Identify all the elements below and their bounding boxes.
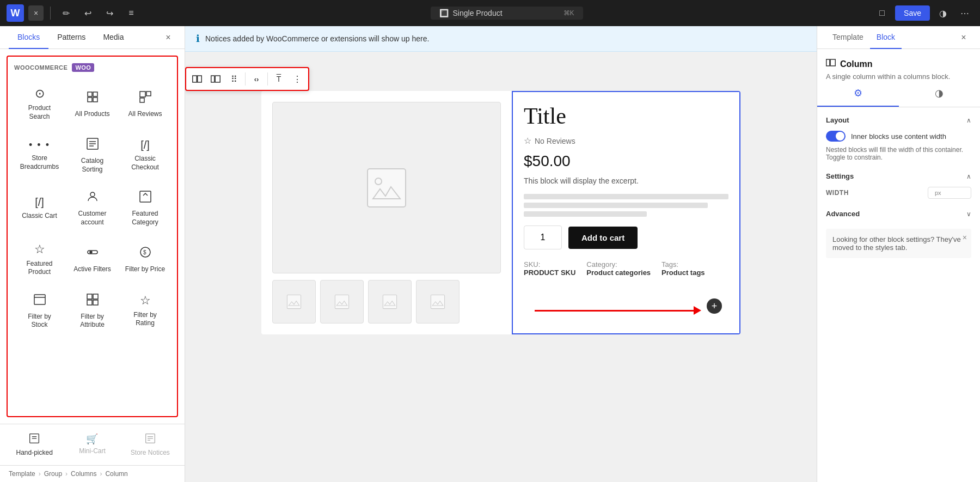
more-options-button[interactable]: ⋯ bbox=[956, 4, 973, 22]
block-item-classic-checkout[interactable]: [/] Classic Checkout bbox=[120, 130, 170, 181]
layout-section-title: Layout bbox=[826, 116, 849, 124]
top-bar-center: 🔳 Single Product ⌘K bbox=[144, 7, 869, 20]
svg-rect-39 bbox=[431, 295, 444, 308]
block-item-catalog-sorting[interactable]: Catalog Sorting bbox=[67, 130, 118, 181]
featured-category-label: Featured Category bbox=[125, 210, 166, 227]
width-unit: px bbox=[935, 190, 941, 196]
svg-rect-41 bbox=[830, 59, 835, 66]
block-item-classic-cart[interactable]: [/] Classic Cart bbox=[14, 183, 65, 234]
subtab-styles[interactable]: ◑ bbox=[899, 81, 981, 107]
svg-rect-31 bbox=[198, 76, 202, 82]
breadcrumb-template[interactable]: Template bbox=[9, 470, 35, 478]
styles-button[interactable]: ◑ bbox=[934, 4, 952, 22]
block-toolbar: ⠿ ‹› T ⋮ bbox=[185, 67, 309, 91]
command-palette[interactable]: 🔳 Single Product ⌘K bbox=[431, 7, 583, 20]
inner-blocks-toggle[interactable] bbox=[826, 131, 846, 142]
inner-blocks-toggle-row: Inner blocks use content width bbox=[826, 131, 971, 142]
svg-rect-37 bbox=[335, 295, 348, 308]
sidebar: Blocks Patterns Media × WOOCOMMERCE WOO … bbox=[0, 26, 185, 482]
layout-section-header[interactable]: Layout ∧ bbox=[826, 116, 971, 124]
product-title: Title bbox=[524, 103, 728, 129]
main-layout: Blocks Patterns Media × WOOCOMMERCE WOO … bbox=[0, 26, 980, 482]
classic-cart-label: Classic Cart bbox=[22, 212, 57, 221]
info-box-close-button[interactable]: × bbox=[963, 233, 967, 242]
advanced-section: Advanced ∨ bbox=[826, 210, 971, 218]
add-block-button[interactable]: + bbox=[707, 298, 722, 314]
customer-account-icon bbox=[86, 190, 99, 205]
tab-block[interactable]: Block bbox=[870, 26, 902, 49]
block-item-active-filters[interactable]: Active Filters bbox=[67, 236, 118, 284]
svg-point-14 bbox=[90, 251, 92, 253]
block-item-customer-account[interactable]: Customer account bbox=[67, 183, 118, 234]
subtab-settings[interactable]: ⚙ bbox=[817, 81, 899, 107]
save-button[interactable]: Save bbox=[895, 5, 930, 21]
svg-rect-2 bbox=[88, 97, 92, 102]
product-thumb-2[interactable] bbox=[320, 280, 364, 324]
tags-label: Tags: bbox=[661, 260, 705, 269]
sku-label: SKU: bbox=[524, 260, 575, 269]
tab-template[interactable]: Template bbox=[826, 26, 870, 49]
toolbar-transform-button[interactable]: T bbox=[270, 70, 287, 88]
block-item-filter-by-rating[interactable]: ☆ Filter by Rating bbox=[120, 286, 170, 337]
toolbar-drag-handle[interactable]: ⠿ bbox=[225, 70, 243, 88]
redo-button[interactable]: ↪ bbox=[101, 4, 118, 22]
classic-checkout-icon: [/] bbox=[140, 139, 150, 150]
add-to-cart-button[interactable]: Add to cart bbox=[568, 227, 638, 249]
column-block-icon bbox=[826, 58, 836, 70]
toolbar-more-button[interactable]: ⋮ bbox=[289, 70, 306, 88]
product-thumb-4[interactable] bbox=[416, 280, 460, 324]
breadcrumb-columns[interactable]: Columns bbox=[71, 470, 96, 478]
tab-patterns[interactable]: Patterns bbox=[48, 26, 94, 49]
block-item-store-breadcrumbs[interactable]: • • • Store Breadcrumbs bbox=[14, 130, 65, 181]
toolbar-two-col-button[interactable] bbox=[188, 70, 206, 88]
block-item-hand-picked[interactable]: Hand-picked bbox=[7, 429, 62, 461]
tab-media[interactable]: Media bbox=[94, 26, 132, 49]
width-input[interactable]: px bbox=[928, 187, 971, 199]
featured-category-icon bbox=[139, 190, 152, 205]
block-item-featured-category[interactable]: Featured Category bbox=[120, 183, 170, 234]
product-image-placeholder bbox=[272, 102, 501, 273]
right-panel-close-button[interactable]: × bbox=[956, 30, 971, 45]
woo-badge: WOO bbox=[72, 63, 94, 72]
category-value: Product categories bbox=[586, 269, 651, 277]
woo-blocks-grid: ⊙ Product Search All Products bbox=[14, 81, 170, 337]
product-thumb-1[interactable] bbox=[272, 280, 316, 324]
breadcrumb-column[interactable]: Column bbox=[105, 470, 127, 478]
svg-rect-32 bbox=[211, 76, 215, 82]
svg-rect-17 bbox=[34, 295, 45, 304]
list-view-button[interactable]: ≡ bbox=[122, 4, 140, 22]
product-thumb-3[interactable] bbox=[368, 280, 412, 324]
settings-section-title: Settings bbox=[826, 172, 854, 180]
settings-section-header[interactable]: Settings ∧ bbox=[826, 172, 971, 180]
toolbar-one-col-button[interactable] bbox=[207, 70, 224, 88]
svg-rect-38 bbox=[383, 295, 396, 308]
settings-section-toggle: ∧ bbox=[966, 173, 971, 180]
sidebar-close-button[interactable]: × bbox=[161, 30, 176, 45]
block-item-filter-by-price[interactable]: $ Filter by Price bbox=[120, 236, 170, 284]
filter-by-price-icon: $ bbox=[139, 246, 152, 261]
block-item-all-reviews[interactable]: All Reviews bbox=[120, 81, 170, 128]
svg-rect-0 bbox=[88, 92, 92, 96]
quantity-input[interactable]: 1 bbox=[524, 225, 562, 249]
block-item-filter-by-stock[interactable]: Filter by Stock bbox=[14, 286, 65, 337]
undo-button[interactable]: ↩ bbox=[79, 4, 96, 22]
block-item-mini-cart: 🛒 Mini-Cart bbox=[64, 429, 120, 461]
breadcrumb-group[interactable]: Group bbox=[44, 470, 62, 478]
desc-line-2 bbox=[524, 203, 708, 208]
store-breadcrumbs-icon: • • • bbox=[29, 140, 50, 150]
edit-icon[interactable]: ✏ bbox=[57, 4, 75, 22]
preview-button[interactable]: □ bbox=[873, 4, 891, 22]
block-item-product-search[interactable]: ⊙ Product Search bbox=[14, 81, 65, 128]
close-editor-button[interactable]: × bbox=[28, 5, 44, 21]
review-text: No Reviews bbox=[535, 137, 575, 145]
svg-rect-34 bbox=[367, 169, 406, 207]
block-item-all-products[interactable]: All Products bbox=[67, 81, 118, 128]
toolbar-html-button[interactable]: ‹› bbox=[248, 70, 265, 88]
block-item-featured-product[interactable]: ☆ Featured Product bbox=[14, 236, 65, 284]
width-label: WIDTH bbox=[826, 189, 849, 197]
block-item-filter-by-attribute[interactable]: Filter by Attribute bbox=[67, 286, 118, 337]
mini-cart-icon: 🛒 bbox=[86, 433, 98, 445]
advanced-section-header[interactable]: Advanced ∨ bbox=[826, 210, 971, 218]
tab-blocks[interactable]: Blocks bbox=[9, 26, 48, 49]
right-panel-subtabs: ⚙ ◑ bbox=[817, 81, 980, 107]
